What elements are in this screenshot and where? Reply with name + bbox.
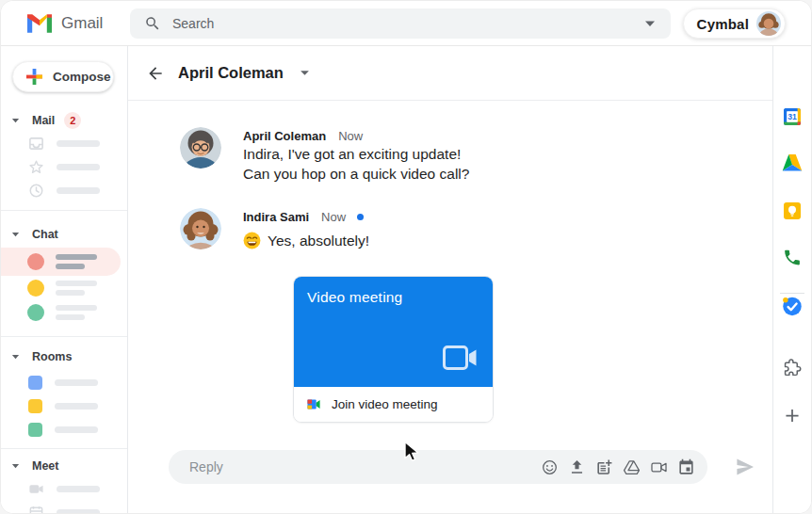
grinning-emoji-icon: [243, 232, 261, 249]
keep-app-icon[interactable]: [782, 201, 803, 221]
addons-icon[interactable]: [783, 358, 803, 377]
message-text: Can you hop on a quick video call?: [243, 164, 469, 184]
join-video-meeting-button[interactable]: Join video meeting: [294, 387, 493, 422]
room-avatar-yellow: [28, 399, 42, 413]
chat-item[interactable]: [1, 276, 127, 300]
gmail-wordmark: Gmail: [61, 14, 103, 33]
compose-button[interactable]: Compose: [12, 61, 114, 92]
skeleton-bar: [57, 486, 100, 492]
gmail-window: Gmail Cymbal: [0, 0, 812, 514]
room-avatar-blue: [28, 376, 42, 390]
skeleton-text: [56, 305, 97, 320]
sender-name: April Coleman: [243, 129, 326, 143]
topbar: Gmail Cymbal: [1, 1, 811, 46]
sender-avatar: [180, 208, 221, 249]
drive-icon[interactable]: [623, 458, 641, 476]
account-pill[interactable]: Cymbal: [683, 8, 786, 39]
chat-item-selected[interactable]: [1, 248, 121, 276]
chat-item[interactable]: [1, 300, 127, 325]
chat-section-label: Chat: [32, 228, 58, 241]
account-name: Cymbal: [697, 16, 749, 32]
skeleton-text: [56, 281, 97, 296]
videocam-icon: [443, 345, 478, 374]
conversation-menu-button[interactable]: [300, 70, 310, 76]
room-item[interactable]: [1, 371, 127, 394]
skeleton-bar: [57, 187, 100, 194]
video-meeting-card[interactable]: Video meeting Join v: [293, 276, 494, 423]
back-button[interactable]: [146, 64, 165, 83]
skeleton-bar: [55, 403, 98, 410]
calendar-app-icon[interactable]: 31: [782, 106, 803, 127]
svg-text:31: 31: [788, 112, 797, 121]
section-meet: Meet: [1, 448, 127, 514]
chevron-down-icon: [300, 70, 310, 76]
chevron-down-icon: [11, 354, 20, 360]
right-side-panel: 31: [772, 46, 811, 514]
add-icon[interactable]: [783, 406, 803, 426]
calendar-icon: [28, 505, 44, 514]
chat-section-toggle[interactable]: Chat: [1, 223, 127, 246]
upload-icon[interactable]: [568, 458, 586, 476]
gmail-home-link[interactable]: Gmail: [27, 14, 103, 33]
mail-item-starred[interactable]: [1, 155, 127, 179]
skeleton-bar: [57, 164, 100, 170]
conversation-pane: April Coleman: [128, 46, 774, 514]
search-icon[interactable]: [144, 15, 161, 32]
section-mail: Mail 2: [1, 109, 127, 202]
emoji-icon[interactable]: [541, 458, 559, 476]
skeleton-bar: [57, 140, 100, 147]
chat-avatar-red: [27, 253, 44, 270]
star-icon: [28, 159, 44, 175]
chevron-down-icon: [11, 463, 20, 469]
videocam-icon[interactable]: [650, 458, 668, 476]
mail-section-label: Mail: [32, 114, 55, 127]
section-chat: Chat: [1, 210, 127, 325]
meet-item-new-meeting[interactable]: [1, 477, 127, 501]
google-meet-icon: [305, 396, 321, 412]
reply-input[interactable]: [189, 459, 541, 474]
room-item[interactable]: [1, 394, 127, 418]
mail-section-toggle[interactable]: Mail 2: [1, 109, 127, 132]
unread-count-badge: 2: [64, 112, 81, 129]
skeleton-bar: [55, 426, 98, 433]
meet-item-join-meeting[interactable]: [1, 501, 127, 514]
clock-icon: [28, 183, 44, 199]
calendar-event-icon[interactable]: [677, 458, 695, 476]
mail-item-inbox[interactable]: [1, 132, 127, 155]
rooms-section-toggle[interactable]: Rooms: [1, 345, 127, 368]
tasks-app-icon[interactable]: [782, 296, 804, 317]
skeleton-bar: [57, 509, 100, 514]
video-meeting-banner: Video meeting: [294, 277, 493, 387]
room-item[interactable]: [1, 418, 127, 442]
send-button[interactable]: [734, 456, 756, 482]
chevron-down-icon: [11, 118, 20, 123]
unread-dot: [357, 214, 364, 220]
search-options-icon[interactable]: [644, 20, 656, 27]
search-bar[interactable]: [130, 8, 671, 39]
skeleton-bar: [55, 379, 98, 386]
message-text: Yes, absolutely!: [268, 231, 369, 250]
chevron-down-icon: [11, 232, 20, 237]
search-input[interactable]: [172, 16, 644, 31]
compose-label: Compose: [53, 70, 111, 84]
compose-plus-icon: [26, 69, 42, 85]
rail-divider: [780, 293, 804, 294]
reply-bar[interactable]: [169, 450, 707, 484]
message: Indira Sami Now: [180, 208, 774, 250]
voice-app-icon[interactable]: [783, 248, 803, 267]
meet-section-label: Meet: [32, 459, 58, 473]
left-sidebar: Compose Mail 2: [1, 46, 128, 514]
back-arrow-icon: [146, 64, 165, 83]
chat-avatar-yellow: [27, 280, 44, 297]
message-text: Indira, I've got an exciting update!: [243, 144, 469, 164]
note-add-icon[interactable]: [595, 458, 613, 476]
video-card-title: Video meeting: [307, 289, 402, 306]
meet-section-toggle[interactable]: Meet: [1, 455, 127, 477]
sender-avatar: [180, 127, 221, 169]
inbox-icon: [28, 136, 44, 152]
timestamp: Now: [338, 129, 363, 143]
mail-item-snoozed[interactable]: [1, 179, 127, 202]
sender-name: Indira Sami: [243, 210, 309, 224]
send-icon: [734, 456, 756, 478]
drive-app-icon[interactable]: [782, 153, 803, 173]
